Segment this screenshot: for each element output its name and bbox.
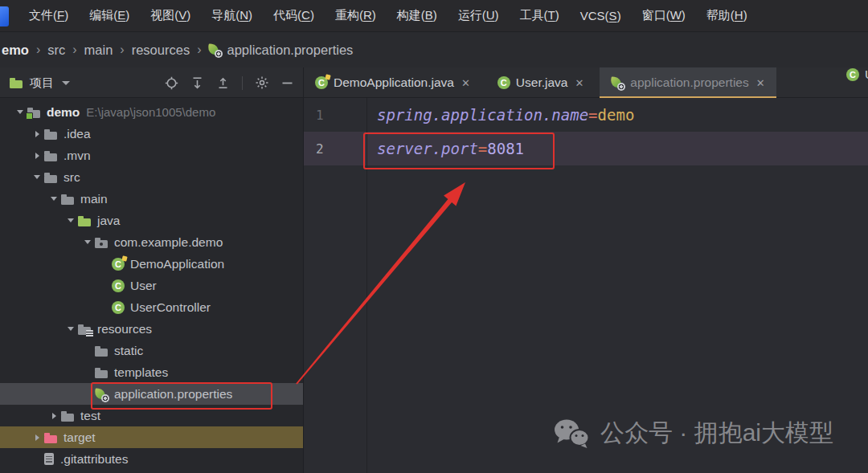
chevron-down-icon[interactable] bbox=[63, 218, 78, 222]
editor-line[interactable]: 1spring.application.name=demo bbox=[304, 98, 868, 132]
menu-tools[interactable]: 工具(T) bbox=[520, 8, 559, 23]
tree-row-main[interactable]: main bbox=[0, 188, 303, 210]
project-panel-title: 项目 bbox=[30, 75, 54, 91]
menu-edit[interactable]: 编辑(E) bbox=[89, 8, 129, 23]
code-token: spring.application.name bbox=[377, 106, 588, 124]
tree-item-label: target bbox=[63, 430, 96, 445]
menu-bar: 文件(F)编辑(E)视图(V)导航(N)代码(C)重构(R)构建(B)运行(U)… bbox=[0, 0, 868, 32]
breadcrumb-label: emo bbox=[2, 43, 29, 58]
tree-row-demo[interactable]: demoE:\javap\json1005\demo bbox=[0, 101, 303, 123]
close-icon[interactable]: ✕ bbox=[461, 77, 470, 89]
package-icon bbox=[95, 236, 108, 249]
locate-icon[interactable] bbox=[165, 76, 178, 90]
tree-row-static[interactable]: static bbox=[0, 340, 303, 361]
tree-row-templates[interactable]: templates bbox=[0, 361, 303, 383]
tree-row-resources[interactable]: resources bbox=[0, 318, 303, 340]
project-panel-actions bbox=[165, 75, 293, 90]
line-number: 2 bbox=[304, 141, 366, 157]
tab-user-java[interactable]: User.java✕ bbox=[486, 67, 596, 98]
chevron-right-icon[interactable] bbox=[30, 131, 44, 137]
breadcrumb-item[interactable]: emo bbox=[2, 43, 29, 58]
menu-window[interactable]: 窗口(W) bbox=[642, 8, 686, 23]
tree-row-com-example-demo[interactable]: com.example.demo bbox=[0, 231, 303, 253]
tab-application-properties[interactable]: application.properties✕ bbox=[600, 67, 776, 98]
breadcrumb-item[interactable]: application.properties bbox=[208, 43, 353, 58]
spring-properties-icon bbox=[208, 43, 222, 56]
tree-item-label: src bbox=[63, 170, 80, 185]
menu-run[interactable]: 运行(U) bbox=[458, 8, 499, 23]
chevron-down-icon[interactable] bbox=[30, 175, 44, 179]
menu-view[interactable]: 视图(V) bbox=[150, 8, 190, 23]
tree-row-demoapplication[interactable]: DemoApplication bbox=[0, 253, 303, 275]
expand-all-icon[interactable] bbox=[190, 76, 204, 90]
chevron-down-icon[interactable] bbox=[62, 81, 70, 85]
tree-row-usercontroller[interactable]: UserController bbox=[0, 296, 303, 318]
tab-demoapplication-java[interactable]: DemoApplication.java✕ bbox=[304, 67, 481, 98]
menu-navigate[interactable]: 导航(N) bbox=[211, 8, 252, 23]
folder-source-icon bbox=[78, 214, 92, 227]
tree-row-java[interactable]: java bbox=[0, 210, 303, 231]
ide-window: 文件(F)编辑(E)视图(V)导航(N)代码(C)重构(R)构建(B)运行(U)… bbox=[0, 0, 868, 473]
chevron-right-icon[interactable] bbox=[30, 434, 44, 441]
app-logo-icon bbox=[0, 6, 9, 27]
folder-demo-icon bbox=[27, 106, 41, 119]
tree-item-label: application.properties bbox=[114, 387, 232, 402]
editor-tabs: DemoApplication.java✕User.java✕applicati… bbox=[304, 67, 868, 98]
editor-line[interactable]: 2server.port=8081 bbox=[304, 132, 868, 165]
tree-item-label: com.example.demo bbox=[114, 235, 223, 250]
breadcrumb-item[interactable]: main bbox=[84, 43, 113, 58]
spring-properties-icon bbox=[95, 388, 108, 401]
tab-label: DemoApplication.java bbox=[334, 75, 454, 90]
breadcrumb-item[interactable]: src bbox=[47, 43, 65, 58]
settings-icon[interactable] bbox=[255, 75, 269, 90]
breadcrumb-label: src bbox=[47, 43, 65, 58]
tree-item-label: User bbox=[130, 279, 157, 293]
tree-item-label: templates bbox=[114, 365, 168, 380]
tree-row-target[interactable]: target bbox=[0, 426, 303, 448]
collapse-all-icon[interactable] bbox=[216, 76, 230, 90]
close-icon[interactable]: ✕ bbox=[756, 77, 765, 89]
text-file-icon bbox=[44, 453, 55, 466]
hide-icon[interactable] bbox=[281, 76, 293, 90]
folder-excluded-icon bbox=[44, 431, 58, 444]
code-token: 8081 bbox=[487, 140, 524, 157]
chevron-right-icon[interactable] bbox=[30, 153, 44, 159]
watermark: 公众号 · 拥抱ai大模型 bbox=[553, 417, 833, 450]
folder-icon bbox=[95, 366, 108, 379]
tab-u[interactable]: U bbox=[838, 67, 868, 82]
chevron-down-icon[interactable] bbox=[80, 240, 95, 244]
code-text: server.port=8081 bbox=[366, 140, 524, 157]
menu-refactor[interactable]: 重构(R) bbox=[335, 8, 376, 23]
close-icon[interactable]: ✕ bbox=[575, 77, 583, 89]
tree-item-label: .idea bbox=[63, 127, 91, 141]
chevron-right-icon[interactable] bbox=[47, 413, 61, 419]
tree-row--idea[interactable]: .idea bbox=[0, 123, 303, 145]
tree-item-label: .mvn bbox=[63, 149, 91, 163]
folder-icon bbox=[44, 128, 58, 141]
breadcrumb-label: main bbox=[84, 43, 113, 58]
tree-row--mvn[interactable]: .mvn bbox=[0, 145, 303, 166]
tree-item-label: main bbox=[80, 192, 108, 206]
folder-icon bbox=[95, 345, 108, 357]
breadcrumb: emo›src›main›resources›application.prope… bbox=[0, 32, 868, 67]
menu-build[interactable]: 构建(B) bbox=[397, 8, 437, 23]
tree-item-label: static bbox=[114, 344, 143, 358]
menu-code[interactable]: 代码(C) bbox=[273, 8, 314, 23]
tree-item-label: UserController bbox=[130, 300, 211, 315]
breadcrumb-separator: › bbox=[197, 43, 201, 57]
menu-file[interactable]: 文件(F) bbox=[29, 8, 68, 23]
tree-row-application-properties[interactable]: application.properties bbox=[0, 383, 303, 405]
menu-vcs[interactable]: VCS(S) bbox=[580, 9, 621, 22]
chevron-down-icon[interactable] bbox=[63, 327, 78, 331]
chevron-down-icon[interactable] bbox=[47, 197, 61, 201]
tree-row-user[interactable]: User bbox=[0, 275, 303, 296]
line-number: 1 bbox=[304, 108, 366, 123]
menu-help[interactable]: 帮助(H) bbox=[706, 8, 747, 23]
breadcrumb-item[interactable]: resources bbox=[132, 43, 190, 58]
tree-row--gitattributes[interactable]: .gitattributes bbox=[0, 448, 303, 470]
code-text: spring.application.name=demo bbox=[366, 106, 634, 124]
tree-row-src[interactable]: src bbox=[0, 166, 303, 188]
tree-row-test[interactable]: test bbox=[0, 405, 303, 426]
tree-item-label: test bbox=[80, 409, 100, 423]
watermark-text: 公众号 · 拥抱ai大模型 bbox=[600, 417, 833, 450]
